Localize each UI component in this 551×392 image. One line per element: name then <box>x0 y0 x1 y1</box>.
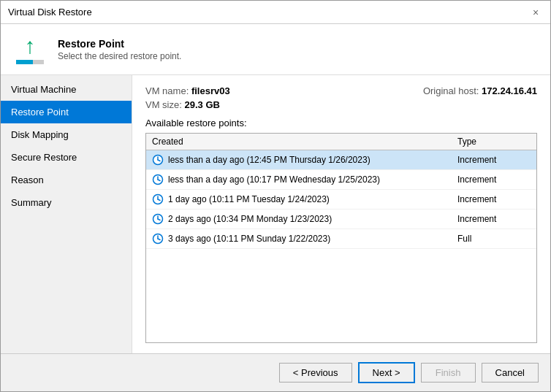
table-row[interactable]: less than a day ago (10:17 PM Wednesday … <box>146 170 536 190</box>
title-bar: Virtual Disk Restore × <box>1 1 550 24</box>
sidebar-item-summary[interactable]: Summary <box>1 191 132 214</box>
sidebar-item-secure-restore[interactable]: Secure Restore <box>1 146 132 169</box>
header-progress-bar <box>16 60 44 64</box>
next-button[interactable]: Next > <box>358 362 415 383</box>
row-type: Increment <box>457 155 531 165</box>
main-panel: VM name: filesrv03 Original host: 172.24… <box>132 75 550 353</box>
sidebar-item-disk-mapping[interactable]: Disk Mapping <box>1 123 132 146</box>
restore-point-icon <box>152 174 164 185</box>
table-row[interactable]: 1 day ago (10:11 PM Tuesday 1/24/2023)In… <box>146 190 536 210</box>
vm-size-value: 29.3 GB <box>184 99 219 110</box>
header: ↑ Restore Point Select the desired resto… <box>1 24 550 75</box>
vm-size-label: VM size: <box>145 99 182 110</box>
row-created: 1 day ago (10:11 PM Tuesday 1/24/2023) <box>168 194 457 204</box>
original-host-section: Original host: 172.24.16.41 <box>423 85 537 96</box>
restore-point-icon <box>152 233 164 245</box>
restore-point-icon <box>152 193 164 205</box>
row-created: 3 days ago (10:11 PM Sunday 1/22/2023) <box>168 234 457 244</box>
header-subtitle: Select the desired restore point. <box>58 51 181 61</box>
restore-points-table: Created Type less than a day ago (12:45 … <box>145 133 537 343</box>
finish-button[interactable]: Finish <box>421 363 476 383</box>
dialog: Virtual Disk Restore × ↑ Restore Point S… <box>0 0 551 392</box>
row-type: Increment <box>457 214 531 224</box>
col-header-created: Created <box>152 137 457 147</box>
col-header-type: Type <box>457 137 531 147</box>
vm-size-section: VM size: 29.3 GB <box>145 99 537 110</box>
sidebar-item-restore-point[interactable]: Restore Point <box>1 101 132 123</box>
available-restore-points-label: Available restore points: <box>145 118 537 128</box>
header-icon: ↑ <box>12 32 48 67</box>
row-created: less than a day ago (10:17 PM Wednesday … <box>168 174 457 185</box>
restore-point-icon <box>152 213 164 225</box>
vm-info-row1: VM name: filesrv03 Original host: 172.24… <box>145 85 537 96</box>
row-type: Increment <box>457 174 531 185</box>
header-title: Restore Point <box>58 38 181 50</box>
sidebar-item-reason[interactable]: Reason <box>1 169 132 191</box>
vm-name-label: VM name: <box>145 85 189 96</box>
row-type: Full <box>457 234 531 244</box>
restore-arrow-icon: ↑ <box>25 35 36 57</box>
header-text: Restore Point Select the desired restore… <box>58 38 181 61</box>
dialog-title: Virtual Disk Restore <box>8 7 92 18</box>
row-created: 2 days ago (10:34 PM Monday 1/23/2023) <box>168 214 457 224</box>
restore-point-icon <box>152 154 164 166</box>
row-type: Increment <box>457 194 531 204</box>
row-created: less than a day ago (12:45 PM Thursday 1… <box>168 155 457 165</box>
table-header: Created Type <box>146 134 536 150</box>
original-host-label: Original host: <box>423 85 479 96</box>
table-row[interactable]: 3 days ago (10:11 PM Sunday 1/22/2023)Fu… <box>146 229 536 249</box>
sidebar: Virtual MachineRestore PointDisk Mapping… <box>1 75 132 353</box>
vm-name-section: VM name: filesrv03 <box>145 85 230 96</box>
close-button[interactable]: × <box>528 5 543 20</box>
table-row[interactable]: less than a day ago (12:45 PM Thursday 1… <box>146 150 536 170</box>
sidebar-item-virtual-machine[interactable]: Virtual Machine <box>1 78 132 101</box>
previous-button[interactable]: < Previous <box>279 363 352 383</box>
table-row[interactable]: 2 days ago (10:34 PM Monday 1/23/2023)In… <box>146 210 536 229</box>
footer: < Previous Next > Finish Cancel <box>1 353 550 391</box>
original-host-value: 172.24.16.41 <box>482 85 537 96</box>
content: Virtual MachineRestore PointDisk Mapping… <box>1 75 550 353</box>
cancel-button[interactable]: Cancel <box>482 363 539 383</box>
vm-name-value: filesrv03 <box>191 85 230 96</box>
